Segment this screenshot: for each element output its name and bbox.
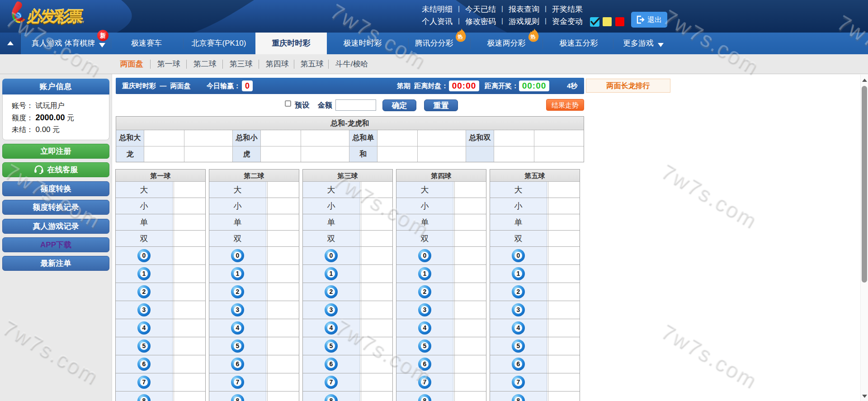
svg-text:热: 热 bbox=[530, 34, 536, 40]
svg-text:热: 热 bbox=[458, 34, 463, 40]
